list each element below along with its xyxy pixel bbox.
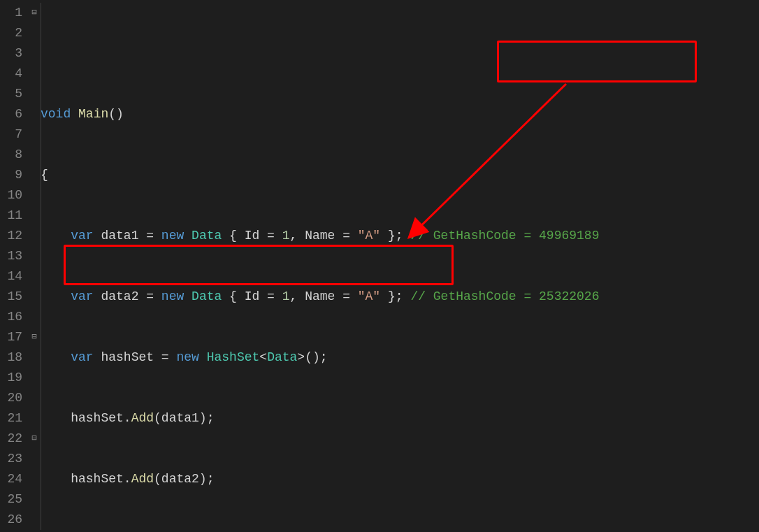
line-number: 21 bbox=[0, 408, 22, 429]
line-number: 25 bbox=[0, 489, 22, 510]
method-add: Add bbox=[131, 411, 154, 425]
line-number: 6 bbox=[0, 104, 22, 124]
line-number: 13 bbox=[0, 246, 22, 266]
code-area[interactable]: void Main() { var data1 = new Data { Id … bbox=[41, 0, 759, 532]
fold-empty bbox=[28, 510, 41, 530]
fold-empty bbox=[28, 449, 41, 469]
line-number: 8 bbox=[0, 145, 22, 165]
fold-gutter[interactable]: ⊟⊟⊟ bbox=[28, 0, 41, 532]
fold-empty bbox=[28, 489, 41, 510]
var-data1: data1 bbox=[101, 229, 138, 243]
fold-empty bbox=[28, 23, 41, 43]
fold-empty bbox=[28, 84, 41, 104]
fold-empty bbox=[28, 185, 41, 206]
fold-empty bbox=[28, 368, 41, 388]
line-number: 18 bbox=[0, 347, 22, 368]
line-number: 3 bbox=[0, 43, 22, 64]
kw-void: void bbox=[41, 107, 71, 121]
line-number: 7 bbox=[0, 124, 22, 145]
type-hashset: HashSet bbox=[207, 350, 260, 364]
hash2: 25322026 bbox=[539, 289, 599, 303]
kw-new: new bbox=[161, 229, 184, 243]
line-number: 24 bbox=[0, 469, 22, 489]
fold-toggle-icon[interactable]: ⊟ bbox=[28, 429, 41, 449]
line-number: 1 bbox=[0, 3, 22, 23]
fold-empty bbox=[28, 43, 41, 64]
fold-empty bbox=[28, 64, 41, 84]
fold-empty bbox=[28, 469, 41, 489]
line-number: 19 bbox=[0, 368, 22, 388]
fold-empty bbox=[28, 145, 41, 165]
line-number: 14 bbox=[0, 266, 22, 287]
fold-empty bbox=[28, 287, 41, 307]
line-number: 12 bbox=[0, 226, 22, 246]
line-number-gutter: 1234567891011121314151617181920212223242… bbox=[0, 0, 28, 532]
line-number: 9 bbox=[0, 165, 22, 185]
method-name: Main bbox=[78, 107, 108, 121]
fold-empty bbox=[28, 388, 41, 408]
code-editor[interactable]: 1234567891011121314151617181920212223242… bbox=[0, 0, 759, 532]
line-number: 17 bbox=[0, 327, 22, 347]
fold-empty bbox=[28, 408, 41, 429]
line-number: 26 bbox=[0, 510, 22, 530]
fold-empty bbox=[28, 206, 41, 226]
fold-empty bbox=[28, 347, 41, 368]
line-number: 23 bbox=[0, 449, 22, 469]
fold-empty bbox=[28, 104, 41, 124]
fold-empty bbox=[28, 226, 41, 246]
line-number: 15 bbox=[0, 287, 22, 307]
line-number: 22 bbox=[0, 429, 22, 449]
line-number: 4 bbox=[0, 64, 22, 84]
type-data: Data bbox=[191, 229, 222, 243]
fold-empty bbox=[28, 165, 41, 185]
line-number: 5 bbox=[0, 84, 22, 104]
hash1: 49969189 bbox=[539, 229, 599, 243]
fold-toggle-icon[interactable]: ⊟ bbox=[28, 327, 41, 347]
fold-empty bbox=[28, 266, 41, 287]
fold-empty bbox=[28, 307, 41, 327]
line-number: 2 bbox=[0, 23, 22, 43]
fold-empty bbox=[28, 124, 41, 145]
line-number: 10 bbox=[0, 185, 22, 206]
fold-toggle-icon[interactable]: ⊟ bbox=[28, 3, 41, 23]
line-number: 16 bbox=[0, 307, 22, 327]
kw-var: var bbox=[71, 229, 93, 243]
line-number: 11 bbox=[0, 206, 22, 226]
fold-empty bbox=[28, 246, 41, 266]
line-number: 20 bbox=[0, 388, 22, 408]
var-data2: data2 bbox=[101, 289, 138, 303]
